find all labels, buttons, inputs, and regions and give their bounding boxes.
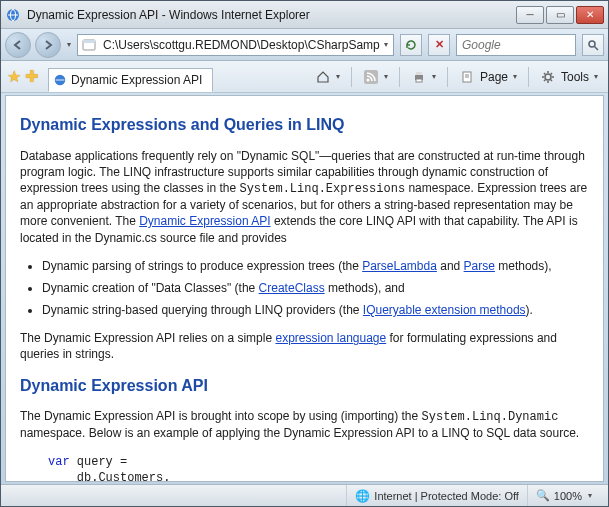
chevron-down-icon: ▾: [511, 72, 519, 81]
link-parse[interactable]: Parse: [464, 259, 495, 273]
link-iqueryable-extensions[interactable]: IQueryable extension methods: [363, 303, 526, 317]
add-favorite-icon[interactable]: ✚: [25, 67, 38, 86]
window-controls: ─ ▭ ✕: [516, 6, 604, 24]
home-button[interactable]: ▾: [311, 67, 344, 87]
zoom-control[interactable]: 🔍 100% ▾: [527, 485, 602, 506]
page-icon: [457, 67, 477, 87]
svg-line-4: [595, 46, 599, 50]
browser-tab[interactable]: Dynamic Expression API: [48, 68, 213, 92]
print-icon: [409, 67, 429, 87]
tools-menu-label: Tools: [559, 70, 591, 84]
tab-title: Dynamic Expression API: [71, 73, 202, 87]
heading-api: Dynamic Expression API: [20, 375, 589, 397]
navigation-bar: ▾ ▾ ✕: [1, 29, 608, 61]
address-input[interactable]: [101, 36, 382, 54]
zoom-value: 100%: [554, 490, 582, 502]
chevron-down-icon: ▾: [430, 72, 438, 81]
list-item: Dynamic parsing of strings to produce ex…: [42, 258, 589, 274]
code-namespace: System.Linq.Expressions: [239, 182, 405, 196]
gear-icon: [538, 67, 558, 87]
svg-point-14: [545, 74, 551, 80]
chevron-down-icon: ▾: [334, 72, 342, 81]
svg-rect-10: [416, 79, 422, 82]
content-viewport[interactable]: Dynamic Expressions and Queries in LINQ …: [5, 95, 604, 482]
browser-window: Dynamic Expression API - Windows Interne…: [0, 0, 609, 507]
window-title: Dynamic Expression API - Windows Interne…: [27, 8, 516, 22]
link-expression-language[interactable]: expression language: [275, 331, 386, 345]
code-namespace: System.Linq.Dynamic: [422, 410, 559, 424]
link-parselambda[interactable]: ParseLambda: [362, 259, 437, 273]
document-body: Dynamic Expressions and Queries in LINQ …: [6, 96, 603, 482]
paragraph: The Dynamic Expression API relies on a s…: [20, 330, 589, 362]
title-bar: Dynamic Expression API - Windows Interne…: [1, 1, 608, 29]
address-dropdown[interactable]: ▾: [382, 40, 390, 49]
paragraph: The Dynamic Expression API is brought in…: [20, 408, 589, 441]
rss-icon: [361, 67, 381, 87]
address-bar[interactable]: ▾: [77, 34, 394, 56]
list-item: Dynamic string-based querying through LI…: [42, 302, 589, 318]
svg-point-7: [366, 78, 369, 81]
globe-icon: 🌐: [355, 489, 370, 503]
link-dynamic-expression-api[interactable]: Dynamic Expression API: [139, 214, 270, 228]
zoom-icon: 🔍: [536, 489, 550, 502]
home-icon: [313, 67, 333, 87]
nav-history-dropdown[interactable]: ▾: [65, 40, 73, 49]
heading-main: Dynamic Expressions and Queries in LINQ: [20, 114, 589, 136]
link-createclass[interactable]: CreateClass: [259, 281, 325, 295]
refresh-button[interactable]: [400, 34, 422, 56]
feeds-button[interactable]: ▾: [359, 67, 392, 87]
chevron-down-icon: ▾: [592, 72, 600, 81]
status-bar: 🌐 Internet | Protected Mode: Off 🔍 100% …: [1, 484, 608, 506]
svg-rect-2: [83, 40, 95, 43]
command-bar: ★ ✚ Dynamic Expression API ▾ ▾ ▾: [1, 61, 608, 93]
svg-line-19: [544, 73, 545, 74]
minimize-button[interactable]: ─: [516, 6, 544, 24]
list-item: Dynamic creation of "Data Classes" (the …: [42, 280, 589, 296]
search-button[interactable]: [582, 34, 604, 56]
page-menu[interactable]: Page ▾: [455, 67, 521, 87]
print-button[interactable]: ▾: [407, 67, 440, 87]
intro-paragraph: Database applications frequently rely on…: [20, 148, 589, 246]
ie-logo-icon: [5, 7, 21, 23]
code-block: var query = db.Customers. Where("City = …: [48, 454, 589, 482]
security-zone[interactable]: 🌐 Internet | Protected Mode: Off: [346, 485, 527, 506]
favorites-center-icon[interactable]: ★: [7, 67, 21, 86]
svg-rect-9: [416, 72, 422, 75]
zone-text: Internet | Protected Mode: Off: [374, 490, 519, 502]
close-button[interactable]: ✕: [576, 6, 604, 24]
svg-line-20: [551, 79, 552, 80]
chevron-down-icon: ▾: [382, 72, 390, 81]
maximize-button[interactable]: ▭: [546, 6, 574, 24]
svg-point-3: [589, 41, 595, 47]
svg-line-21: [544, 79, 545, 80]
forward-button[interactable]: [35, 32, 61, 58]
chevron-down-icon: ▾: [586, 491, 594, 500]
page-menu-label: Page: [478, 70, 510, 84]
back-button[interactable]: [5, 32, 31, 58]
tools-menu[interactable]: Tools ▾: [536, 67, 602, 87]
search-box[interactable]: [456, 34, 576, 56]
stop-button[interactable]: ✕: [428, 34, 450, 56]
page-icon: [81, 37, 97, 53]
svg-line-22: [551, 73, 552, 74]
tab-page-icon: [53, 73, 67, 87]
feature-list: Dynamic parsing of strings to produce ex…: [42, 258, 589, 319]
